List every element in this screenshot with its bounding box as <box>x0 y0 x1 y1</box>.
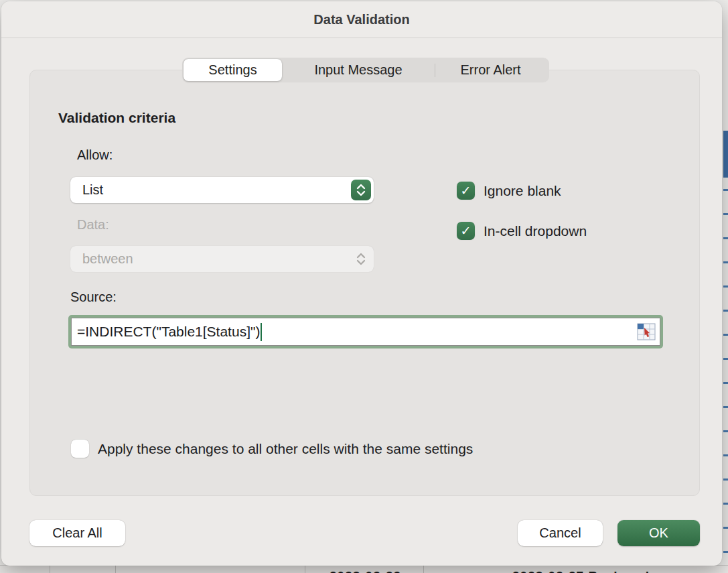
ignore-blank-label: Ignore blank <box>484 183 561 199</box>
collapse-dialog-button[interactable] <box>636 322 656 341</box>
table-row-border <box>723 454 728 456</box>
popup-stepper-icon <box>351 180 371 200</box>
data-popup-button: between <box>70 246 374 272</box>
in-cell-dropdown-row: ✓ In-cell dropdown <box>457 222 587 240</box>
allow-label: Allow: <box>77 147 113 163</box>
table-row-border <box>723 310 728 312</box>
tab-bar: Settings Input Message Error Alert <box>182 58 549 82</box>
ok-button[interactable]: OK <box>617 520 700 546</box>
source-field-focus-ring: =INDIRECT("Table1[Status]") <box>68 315 663 348</box>
clear-all-button[interactable]: Clear All <box>29 520 125 546</box>
clear-all-label: Clear All <box>52 525 102 541</box>
table-row-border <box>723 406 728 408</box>
table-row-border <box>723 527 728 529</box>
cancel-button[interactable]: Cancel <box>518 520 603 546</box>
popup-stepper-icon-disabled <box>351 249 371 269</box>
table-row-border <box>723 334 728 336</box>
gridline <box>50 566 50 573</box>
table-row-border <box>723 261 728 263</box>
table-blue-cell <box>723 131 728 178</box>
in-cell-dropdown-checkbox[interactable]: ✓ <box>457 222 475 240</box>
tab-settings-label: Settings <box>208 62 257 78</box>
table-row-border <box>723 358 728 360</box>
source-input[interactable]: =INDIRECT("Table1[Status]") <box>71 318 660 346</box>
gridline <box>423 566 424 573</box>
collapse-dialog-icon <box>637 323 656 340</box>
apply-all-label: Apply these changes to all other cells w… <box>98 441 473 457</box>
text-cursor <box>261 323 262 341</box>
table-row-border <box>723 382 728 384</box>
tab-error-alert-label: Error Alert <box>460 62 520 78</box>
apply-all-row: Apply these changes to all other cells w… <box>71 440 473 458</box>
clipped-cell-text: 2023-02-22 <box>330 569 423 573</box>
clipped-cell-text: 2023-02-27 Backpack <box>512 569 680 573</box>
tab-input-message-label: Input Message <box>314 62 402 78</box>
check-icon: ✓ <box>461 223 471 239</box>
table-row-border <box>723 551 728 553</box>
data-value: between <box>70 251 351 267</box>
allow-popup-button[interactable]: List <box>70 177 374 203</box>
table-row-border <box>723 285 728 288</box>
data-validation-dialog: Data Validation Settings Input Message E… <box>1 1 722 566</box>
ok-label: OK <box>649 525 668 541</box>
check-icon: ✓ <box>461 183 471 198</box>
tab-input-message[interactable]: Input Message <box>282 59 435 81</box>
dialog-title: Data Validation <box>313 12 409 27</box>
ignore-blank-row: ✓ Ignore blank <box>457 182 561 200</box>
apply-all-checkbox[interactable] <box>71 440 89 458</box>
table-row-border <box>723 189 728 191</box>
table-row-border <box>723 237 728 239</box>
gridline <box>115 566 116 573</box>
data-label: Data: <box>77 217 109 233</box>
section-heading: Validation criteria <box>58 110 175 126</box>
tab-error-alert[interactable]: Error Alert <box>435 59 546 81</box>
settings-panel <box>29 70 700 496</box>
allow-value: List <box>70 182 351 198</box>
spreadsheet-row-sliver: 2023-02-22 2023-02-27 Backpack <box>0 565 728 573</box>
table-row-border <box>723 213 728 215</box>
ignore-blank-checkbox[interactable]: ✓ <box>457 182 475 200</box>
table-row-border <box>723 479 728 481</box>
gridline <box>305 566 305 573</box>
cancel-label: Cancel <box>539 525 581 541</box>
source-label: Source: <box>70 290 117 305</box>
source-value: =INDIRECT("Table1[Status]") <box>71 324 260 340</box>
table-row-border <box>723 430 728 432</box>
table-row-border <box>723 503 728 505</box>
dialog-titlebar[interactable]: Data Validation <box>1 1 722 38</box>
tab-settings[interactable]: Settings <box>184 59 282 81</box>
in-cell-dropdown-label: In-cell dropdown <box>484 223 587 239</box>
